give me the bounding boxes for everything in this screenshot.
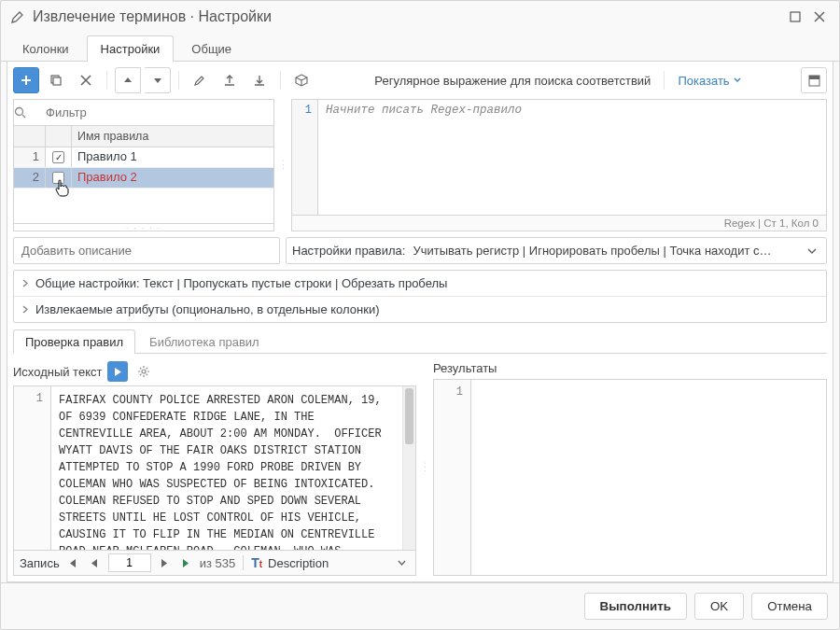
results-label: Результаты [433,361,497,375]
rules-list-pane: Имя правила 1 Правило 1 2 [13,99,274,231]
titlebar: Извлечение терминов · Настройки [1,1,839,31]
delete-button[interactable] [73,67,99,93]
regex-label: Регулярное выражение для поиска соответс… [369,74,656,88]
duplicate-button[interactable] [43,67,69,93]
edit-button[interactable] [187,67,213,93]
vertical-splitter[interactable]: ··· [422,359,427,576]
layout-toggle-button[interactable] [801,67,827,93]
source-editor[interactable]: 1 FAIRFAX COUNTY POLICE ARRESTED ARON CO… [13,385,416,551]
results-viewer: 1 [433,379,827,576]
maximize-button[interactable] [785,7,805,27]
prev-record-button[interactable] [86,553,105,572]
rule-settings-summary: Учитывать регистр | Игнорировать пробелы… [413,244,796,258]
move-down-button[interactable] [145,67,171,93]
source-column: Исходный текст 1 FAIRFAX COUNTY POLICE A… [13,359,416,576]
chevron-right-icon [21,279,30,287]
regex-editor[interactable]: 1 Начните писать Regex-правило [292,100,826,215]
rule-name: Правило 2 [72,168,273,188]
window-title: Извлечение терминов · Настройки [33,8,781,25]
line-gutter: 1 [14,386,51,550]
chevron-down-icon [734,77,741,84]
separator [664,71,665,90]
next-record-button[interactable] [155,553,174,572]
export-button[interactable] [217,67,243,93]
rule-enabled-checkbox[interactable] [52,151,64,163]
close-button[interactable] [809,7,830,27]
acc-attrs-label: Извлекаемые атрибуты (опционально, в отд… [35,302,379,316]
filter-input[interactable] [40,100,273,125]
tab-columns[interactable]: Колонки [8,35,83,62]
tab-general[interactable]: Общие [177,35,245,62]
show-dropdown[interactable]: Показать [672,74,746,88]
results-text [471,380,826,575]
dialog-window: Извлечение терминов · Настройки Колонки … [0,0,840,630]
rule-settings-label: Настройки правила: [292,244,405,258]
record-label: Запись [20,556,60,570]
chevron-down-icon [394,559,410,567]
svg-point-6 [142,370,146,373]
ok-button[interactable]: OK [694,593,744,620]
results-column: Результаты 1 [433,359,827,576]
acc-extracted-attrs[interactable]: Извлекаемые атрибуты (опционально, в отд… [14,296,826,322]
rule-settings-bar: Настройки правила: Учитывать регистр | И… [286,237,827,264]
rule-row[interactable]: 2 Правило 2 [14,168,273,189]
field-name: Description [268,556,329,570]
tab-settings[interactable]: Настройки [87,35,175,62]
first-record-button[interactable] [63,553,82,572]
source-header: Исходный текст [13,359,416,385]
record-total: из 535 [200,556,236,570]
description-input[interactable] [13,237,280,264]
line-gutter: 1 [434,380,471,575]
regex-status-bar: Regex | Ст 1, Кол 0 [292,215,826,231]
separator [280,71,281,90]
add-rule-button[interactable] [13,67,39,93]
field-selector[interactable]: Tt Description [243,555,410,570]
description-row: Настройки правила: Учитывать регистр | И… [13,237,827,264]
line-gutter: 1 [292,100,318,215]
scrollbar[interactable] [402,386,415,550]
svg-rect-4 [809,76,819,79]
acc-general-settings[interactable]: Общие настройки: Текст | Пропускать пуст… [14,271,826,296]
scroll-thumb[interactable] [405,388,413,444]
col-rule-name[interactable]: Имя правила [72,126,273,147]
import-button[interactable] [246,67,273,93]
preview-area: Исходный текст 1 FAIRFAX COUNTY POLICE A… [13,359,827,576]
svg-point-5 [16,108,23,116]
preview-tabs: Проверка правил Библиотека правил [13,329,827,354]
search-icon [14,106,40,119]
package-button[interactable] [288,67,315,93]
svg-rect-2 [53,77,61,85]
resize-handle[interactable]: · · · · · [14,223,273,231]
record-index-input[interactable] [108,553,151,572]
rule-settings-dropdown[interactable]: Учитывать регистр | Игнорировать пробелы… [413,244,796,258]
tab-rule-library[interactable]: Библиотека правил [137,329,272,354]
regex-editor-pane: 1 Начните писать Regex-правило Regex | С… [291,99,827,231]
acc-general-label: Общие настройки: Текст | Пропускать пуст… [35,276,447,290]
rules-grid-header: Имя правила [14,126,273,147]
run-preview-button[interactable] [107,361,128,382]
preview-settings-button[interactable] [133,361,154,382]
rule-name: Правило 1 [72,147,273,167]
run-button[interactable]: Выполнить [584,593,687,620]
tab-check-rules[interactable]: Проверка правил [13,329,135,354]
upper-panes: Имя правила 1 Правило 1 2 [13,99,827,231]
record-navigator: Запись из 535 Tt Description [13,551,416,576]
rules-grid: 1 Правило 1 2 Правило 2 [14,147,273,223]
row-number: 2 [14,168,46,188]
cancel-button[interactable]: Отмена [751,593,828,620]
main-tabs: Колонки Настройки Общие [1,31,839,62]
rule-row[interactable]: 1 Правило 1 [14,147,273,168]
settings-accordion: Общие настройки: Текст | Пропускать пуст… [13,270,827,323]
rule-enabled-checkbox[interactable] [52,172,64,184]
separator [178,71,179,90]
chevron-right-icon [21,305,30,314]
move-up-button[interactable] [115,67,141,93]
settings-panel: Регулярное выражение для поиска соответс… [7,62,833,582]
results-header: Результаты [433,359,827,379]
source-label: Исходный текст [13,365,102,379]
last-record-button[interactable] [177,553,196,572]
vertical-splitter[interactable]: ··· [280,99,286,231]
row-number: 1 [14,147,46,167]
separator [106,71,107,90]
chevron-down-icon[interactable] [804,246,820,256]
